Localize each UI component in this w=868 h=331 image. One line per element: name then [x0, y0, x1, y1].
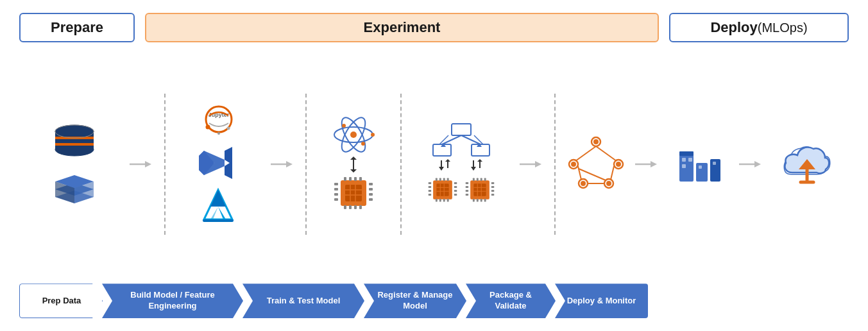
- svg-rect-46: [354, 205, 357, 209]
- feature-store-icon: [52, 170, 97, 205]
- svg-rect-88: [428, 186, 430, 188]
- svg-rect-42: [354, 177, 357, 181]
- phase-headers: Prepare Experiment Deploy (MLOps): [19, 13, 849, 42]
- svg-marker-19: [225, 147, 232, 179]
- divider-prepare-experiment: [164, 94, 166, 235]
- section-package: [665, 139, 735, 190]
- svg-point-17: [226, 127, 230, 130]
- svg-rect-90: [428, 194, 430, 196]
- svg-point-34: [361, 142, 365, 146]
- svg-line-134: [596, 146, 617, 161]
- model-graph-icon: [567, 135, 625, 193]
- divider-train-test: [400, 94, 402, 235]
- pipeline-step-prep-data: Prep Data: [19, 284, 103, 318]
- svg-marker-72: [445, 159, 450, 162]
- section-tools: Jupyter: [171, 104, 267, 225]
- svg-marker-12: [145, 161, 151, 167]
- svg-rect-82: [447, 178, 448, 180]
- svg-rect-44: [344, 205, 346, 209]
- svg-point-131: [581, 181, 586, 186]
- azureml-studio-icon: [674, 139, 726, 190]
- svg-rect-103: [480, 178, 482, 180]
- svg-rect-87: [428, 182, 430, 184]
- svg-rect-148: [699, 166, 702, 169]
- svg-point-15: [205, 125, 210, 130]
- svg-point-16: [217, 132, 220, 135]
- vscode-icon: [198, 146, 239, 181]
- svg-point-128: [593, 139, 599, 144]
- svg-point-129: [571, 162, 576, 167]
- section-test: [407, 123, 516, 207]
- arrow-test-register: [520, 158, 545, 171]
- svg-marker-27: [286, 161, 293, 167]
- svg-rect-45: [349, 205, 352, 209]
- svg-rect-40: [344, 177, 346, 181]
- svg-point-31: [350, 132, 357, 138]
- gpu-chip-3-icon: [463, 173, 497, 207]
- svg-rect-85: [443, 199, 445, 201]
- svg-rect-79: [435, 178, 437, 180]
- section-register: [561, 135, 631, 193]
- atom-icon: [328, 117, 379, 155]
- svg-rect-53: [369, 188, 373, 191]
- section-cloud: [769, 139, 846, 190]
- svg-point-132: [606, 181, 611, 186]
- svg-rect-146: [682, 164, 686, 168]
- svg-rect-109: [465, 182, 468, 184]
- svg-rect-111: [465, 190, 468, 192]
- svg-point-32: [371, 133, 375, 137]
- azureml-icon: [198, 187, 239, 225]
- svg-rect-81: [443, 178, 445, 180]
- svg-rect-106: [476, 199, 478, 201]
- pipeline-step-package: Package & Validate: [466, 284, 556, 318]
- svg-rect-101: [472, 178, 474, 180]
- svg-rect-92: [454, 186, 456, 188]
- svg-line-135: [578, 166, 581, 180]
- svg-line-64: [461, 135, 481, 144]
- svg-rect-113: [491, 182, 493, 184]
- svg-rect-78: [436, 183, 448, 196]
- svg-point-33: [342, 124, 346, 128]
- svg-rect-116: [491, 194, 493, 196]
- database-icon: [49, 124, 100, 162]
- svg-rect-145: [682, 158, 686, 162]
- divider-tools-train: [305, 94, 307, 235]
- cloud-upload-icon: [778, 139, 836, 190]
- svg-rect-93: [454, 190, 456, 192]
- svg-point-130: [616, 162, 621, 167]
- svg-rect-89: [428, 190, 430, 192]
- phase-deploy: Deploy (MLOps): [669, 13, 849, 42]
- svg-rect-105: [472, 199, 474, 201]
- svg-line-133: [575, 146, 596, 161]
- main-content: Jupyter: [19, 51, 849, 277]
- gpu-chip-2-icon: [426, 173, 459, 207]
- svg-marker-151: [754, 161, 761, 167]
- svg-rect-43: [359, 177, 362, 181]
- svg-rect-102: [476, 178, 478, 180]
- phase-prepare: Prepare: [19, 13, 135, 42]
- pipeline-step-build-model: Build Model / Feature Engineering: [102, 284, 243, 318]
- svg-marker-36: [350, 157, 357, 160]
- svg-rect-50: [334, 193, 338, 196]
- svg-rect-52: [369, 183, 373, 185]
- svg-rect-49: [334, 188, 338, 191]
- svg-rect-115: [491, 190, 493, 192]
- svg-rect-25: [203, 219, 234, 222]
- network-icon: [429, 123, 493, 158]
- svg-rect-84: [439, 199, 441, 201]
- svg-marker-24: [210, 190, 226, 207]
- svg-line-136: [611, 166, 614, 180]
- svg-rect-107: [480, 199, 482, 201]
- svg-rect-51: [334, 198, 338, 201]
- svg-rect-114: [491, 186, 493, 188]
- section-prepare: [23, 124, 126, 205]
- svg-rect-39: [345, 185, 362, 201]
- svg-rect-91: [454, 182, 456, 184]
- pipeline-step-register: Register & Manage Model: [364, 284, 466, 318]
- jupyter-icon: Jupyter: [196, 104, 241, 139]
- svg-line-63: [442, 135, 461, 144]
- svg-rect-144: [679, 151, 694, 156]
- svg-rect-80: [439, 178, 441, 180]
- section-train: [312, 117, 395, 212]
- pipeline-step-train-test: Train & Test Model: [243, 284, 364, 318]
